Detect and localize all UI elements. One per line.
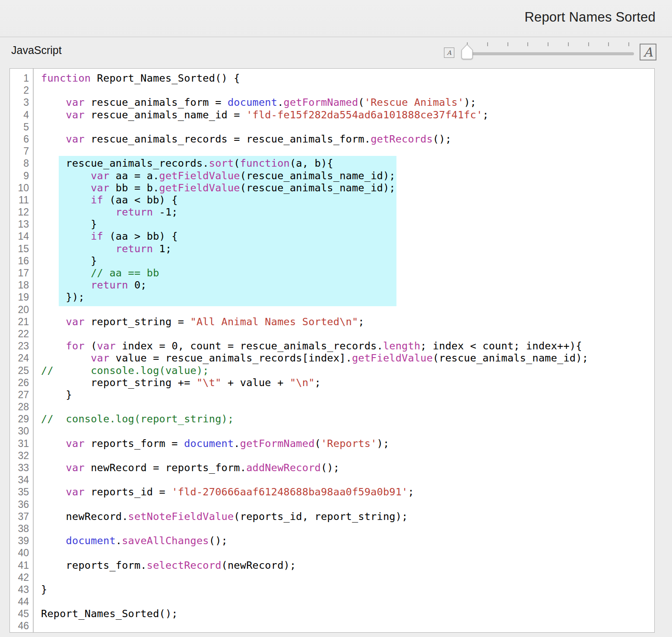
code-token bbox=[41, 230, 91, 242]
code-line[interactable] bbox=[41, 401, 588, 413]
code-token: ; bbox=[482, 109, 488, 121]
line-number: 2 bbox=[10, 84, 29, 96]
code-token: reports_form = bbox=[85, 437, 184, 450]
code-line[interactable]: // console.log(value); bbox=[41, 364, 588, 377]
code-line[interactable] bbox=[41, 328, 588, 340]
code-line[interactable]: return 1; bbox=[41, 243, 588, 255]
code-token bbox=[41, 109, 66, 121]
line-number: 35 bbox=[10, 486, 29, 498]
slider-tick bbox=[628, 42, 629, 46]
title-bar: Report Names Sorted bbox=[0, 0, 672, 37]
line-number: 32 bbox=[10, 450, 29, 462]
line-number: 34 bbox=[10, 474, 29, 486]
code-token: getFormNamed bbox=[284, 96, 358, 108]
code-token: (aa > bb) { bbox=[103, 230, 178, 242]
code-line[interactable] bbox=[41, 425, 588, 437]
code-token: 'Reports' bbox=[321, 437, 377, 450]
code-token: if bbox=[91, 194, 103, 206]
code-line[interactable]: if (aa < bb) { bbox=[41, 194, 588, 206]
code-line[interactable] bbox=[41, 596, 588, 608]
slider-thumb[interactable] bbox=[461, 44, 473, 60]
code-line[interactable]: Report_Names_Sorted(); bbox=[41, 608, 588, 620]
line-number: 39 bbox=[10, 535, 29, 547]
code-line[interactable]: return 0; bbox=[41, 279, 588, 291]
code-line[interactable]: newRecord.setNoteFieldValue(reports_id, … bbox=[41, 510, 588, 523]
code-token: ( bbox=[315, 437, 321, 450]
code-token: "\n" bbox=[290, 377, 315, 389]
code-token: // console.log(value); bbox=[41, 364, 209, 377]
code-line[interactable]: reports_form.selectRecord(newRecord); bbox=[41, 559, 588, 571]
code-token bbox=[41, 206, 116, 218]
code-token: // aa == bb bbox=[91, 267, 159, 279]
code-line[interactable]: } bbox=[41, 389, 588, 401]
code-line[interactable]: return -1; bbox=[41, 206, 588, 218]
code-line[interactable]: var rescue_animals_form = document.getFo… bbox=[41, 96, 588, 108]
code-line[interactable] bbox=[41, 498, 588, 510]
code-line[interactable] bbox=[41, 571, 588, 583]
code-line[interactable] bbox=[41, 84, 588, 96]
line-number: 10 bbox=[10, 182, 29, 194]
code-line[interactable]: var newRecord = reports_form.addNewRecor… bbox=[41, 462, 588, 474]
code-line[interactable]: var reports_id = 'fld-270666aaf61248688b… bbox=[41, 486, 588, 498]
line-number: 15 bbox=[10, 243, 29, 255]
code-token: function bbox=[240, 157, 290, 169]
code-line[interactable]: var report_string = "All Animal Names So… bbox=[41, 316, 588, 328]
code-line[interactable] bbox=[41, 523, 588, 535]
code-token: (); bbox=[321, 462, 339, 474]
code-line[interactable]: document.saveAllChanges(); bbox=[41, 535, 588, 547]
code-line[interactable]: function Report_Names_Sorted() { bbox=[41, 72, 588, 84]
code-token: var bbox=[97, 340, 116, 352]
font-size-slider-track[interactable] bbox=[463, 52, 634, 55]
code-token: getFieldValue bbox=[352, 352, 433, 364]
code-line[interactable]: // aa == bb bbox=[41, 267, 588, 279]
code-line[interactable] bbox=[41, 474, 588, 486]
code-line[interactable]: var reports_form = document.getFormNamed… bbox=[41, 437, 588, 450]
code-line[interactable] bbox=[41, 450, 588, 462]
code-token bbox=[41, 182, 91, 194]
code-token: return bbox=[116, 243, 153, 255]
code-editor[interactable]: 1234567891011121314151617181920212223242… bbox=[10, 68, 655, 633]
code-token: } bbox=[41, 389, 72, 401]
code-line[interactable]: } bbox=[41, 583, 588, 596]
code-token bbox=[41, 96, 66, 108]
code-line[interactable]: var rescue_animals_name_id = 'fld-fe15f2… bbox=[41, 109, 588, 121]
code-token: var bbox=[66, 437, 85, 450]
code-token: ; bbox=[358, 316, 364, 328]
line-number: 11 bbox=[10, 194, 29, 206]
line-number: 5 bbox=[10, 121, 29, 133]
code-token: + value + bbox=[222, 377, 290, 389]
slider-tick bbox=[608, 42, 609, 46]
code-line[interactable] bbox=[41, 121, 588, 133]
code-line[interactable]: report_string += "\t" + value + "\n"; bbox=[41, 377, 588, 389]
code-line[interactable] bbox=[41, 547, 588, 559]
code-token: -1; bbox=[153, 206, 178, 218]
code-token: length bbox=[383, 340, 420, 352]
font-increase-icon[interactable]: A bbox=[640, 44, 656, 60]
code-pane[interactable]: function Report_Names_Sorted() { var res… bbox=[34, 69, 654, 632]
code-line[interactable]: var bb = b.getFieldValue(rescue_animals_… bbox=[41, 182, 588, 194]
code-line[interactable]: // console.log(report_string); bbox=[41, 413, 588, 425]
code-token: 1; bbox=[153, 243, 171, 255]
code-line[interactable]: var value = rescue_animals_records[index… bbox=[41, 352, 588, 364]
code-line[interactable] bbox=[41, 620, 588, 632]
code-line[interactable]: var aa = a.getFieldValue(rescue_animals_… bbox=[41, 170, 588, 182]
code-token: selectRecord bbox=[147, 559, 222, 571]
code-token: document bbox=[228, 96, 277, 108]
code-line[interactable] bbox=[41, 145, 588, 157]
code-token bbox=[41, 535, 66, 547]
slider-tick bbox=[507, 42, 508, 46]
code-line[interactable]: var rescue_animals_records = rescue_anim… bbox=[41, 133, 588, 145]
code-line[interactable] bbox=[41, 304, 588, 316]
code-line[interactable]: }); bbox=[41, 291, 588, 303]
code-line[interactable]: if (aa > bb) { bbox=[41, 230, 588, 242]
code-line[interactable]: for (var index = 0, count = rescue_anima… bbox=[41, 340, 588, 352]
code-token: setNoteFieldValue bbox=[128, 510, 234, 523]
code-token bbox=[41, 340, 66, 352]
code-token: ); bbox=[377, 437, 390, 450]
line-number: 4 bbox=[10, 109, 29, 121]
font-decrease-icon[interactable]: A bbox=[444, 48, 454, 58]
code-line[interactable]: } bbox=[41, 255, 588, 267]
code-line[interactable]: } bbox=[41, 218, 588, 230]
code-line[interactable]: rescue_animals_records.sort(function(a, … bbox=[41, 157, 588, 169]
code-token: ( bbox=[85, 340, 97, 352]
